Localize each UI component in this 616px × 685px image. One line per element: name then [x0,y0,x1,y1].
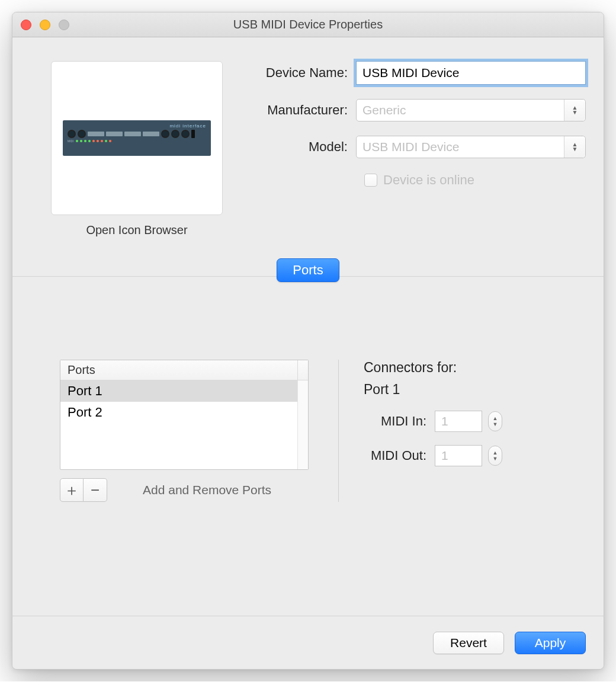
chevron-down-icon: ▼ [493,421,498,427]
manufacturer-value: Generic [357,100,564,121]
window-controls [21,20,69,30]
model-label: Model: [249,139,356,155]
remove-port-button[interactable]: − [84,478,107,502]
minus-icon: − [91,481,100,500]
icon-column: midi interface MIDI Open Icon B [42,61,232,237]
port-row[interactable]: Port 1 [60,380,297,402]
close-icon[interactable] [21,20,31,30]
tab-bar: Ports [12,249,604,276]
manufacturer-label: Manufacturer: [249,103,356,118]
dialog-window: USB MIDI Device Properties midi interfac… [12,12,604,670]
ports-list: Ports Port 1 Port 2 [60,360,309,470]
upper-section: midi interface MIDI Open Icon B [12,37,604,237]
icon-caption: Open Icon Browser [86,223,187,237]
chevron-up-icon: ▲ [493,415,498,421]
connectors-title: Connectors for: [364,360,556,376]
connectors-panel: Connectors for: Port 1 MIDI In: ▲ ▼ MIDI… [338,360,556,502]
midi-out-stepper[interactable]: ▲ ▼ [488,446,502,466]
lower-section: Ports Port 1 Port 2 ＋ [12,276,604,616]
scrollbar[interactable] [297,380,308,469]
revert-button[interactable]: Revert [433,632,504,654]
chevron-down-icon[interactable]: ▲▼ [564,136,585,158]
ports-list-header: Ports [60,360,308,380]
plus-icon: ＋ [64,480,79,501]
footer: Revert Apply [12,616,604,669]
connectors-selected-port: Port 1 [364,382,556,398]
model-value: USB MIDI Device [357,136,564,158]
ports-list-panel: Ports Port 1 Port 2 ＋ [60,360,309,502]
ports-hint: Add and Remove Ports [143,483,271,497]
midi-in-stepper[interactable]: ▲ ▼ [488,411,502,431]
device-online-label: Device is online [383,172,474,188]
manufacturer-combo[interactable]: Generic ▲▼ [356,99,586,121]
window-title: USB MIDI Device Properties [12,18,604,31]
zoom-icon [59,20,69,30]
add-port-button[interactable]: ＋ [60,478,84,502]
port-row[interactable]: Port 2 [60,402,297,423]
chevron-down-icon: ▼ [493,456,498,462]
midi-in-label: MIDI In: [364,414,435,429]
titlebar: USB MIDI Device Properties [12,12,604,37]
scrollbar [297,360,308,380]
apply-button[interactable]: Apply [515,632,586,654]
minimize-icon[interactable] [40,20,50,30]
chevron-down-icon[interactable]: ▲▼ [564,100,585,121]
open-icon-browser-button[interactable]: midi interface MIDI [51,61,223,215]
device-online-checkbox[interactable] [364,174,377,187]
midi-out-input[interactable] [435,445,482,466]
tab-ports[interactable]: Ports [277,258,339,282]
device-icon: midi interface MIDI [63,120,211,156]
model-combo[interactable]: USB MIDI Device ▲▼ [356,136,586,158]
device-name-label: Device Name: [249,65,356,81]
chevron-up-icon: ▲ [493,450,498,456]
midi-in-input[interactable] [435,411,482,432]
midi-out-label: MIDI Out: [364,448,435,463]
fields-column: Device Name: Manufacturer: Generic ▲▼ Mo… [232,61,586,237]
device-name-input[interactable] [356,61,586,85]
